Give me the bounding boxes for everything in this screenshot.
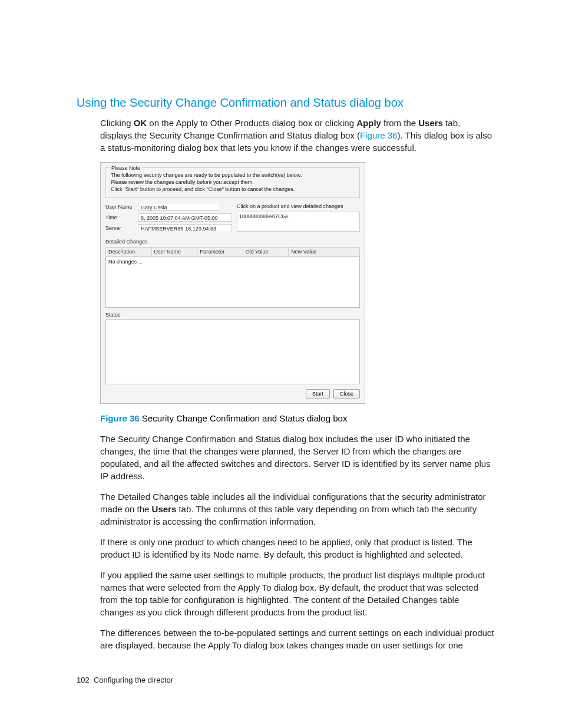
figure-label: Figure 36	[100, 413, 140, 423]
text: on the Apply to Other Products dialog bo…	[147, 118, 356, 128]
bold-ok: OK	[134, 118, 147, 128]
no-changes-text: No changes ...	[108, 259, 143, 265]
text: Clicking	[100, 118, 134, 128]
paragraph-4: If there is only one product to which ch…	[100, 536, 494, 561]
col-user-name[interactable]: User Name	[151, 248, 197, 257]
note-line: Please review the changes carefully befo…	[111, 179, 355, 186]
page-footer: 102 Configuring the director	[77, 675, 494, 686]
server-value: HAFMSERVER86-16.129.94.63	[138, 224, 232, 232]
section-heading: Using the Security Change Confirmation a…	[77, 94, 494, 111]
paragraph-3: The Detailed Changes table includes all …	[100, 490, 494, 528]
col-new-value[interactable]: New Value	[289, 248, 360, 257]
time-value: 8, 2005 10:07:04 AM GMT-05:00	[138, 213, 232, 222]
product-list[interactable]: 1000080088A07C6A	[237, 212, 360, 232]
status-box	[105, 319, 360, 384]
detailed-changes-table: Description User Name Parameter Old Valu…	[105, 247, 360, 257]
col-description[interactable]: Description	[106, 248, 152, 257]
paragraph-2: The Security Change Confirmation and Sta…	[100, 433, 494, 482]
footer-title: Configuring the director	[94, 676, 173, 684]
bold-users: Users	[418, 118, 443, 128]
figure-caption-text: Security Change Confirmation and Status …	[140, 413, 348, 423]
bold-apply: Apply	[356, 118, 381, 128]
user-name-value: Gary Ussia	[138, 203, 220, 211]
figure-caption: Figure 36 Security Change Confirmation a…	[100, 412, 494, 424]
note-line: Click "Start" button to proceed, and cli…	[111, 186, 355, 193]
close-button[interactable]: Close	[333, 389, 360, 398]
please-note-box: Please Note The following security chang…	[105, 167, 360, 198]
col-old-value[interactable]: Old Value	[243, 248, 289, 257]
product-item[interactable]: 1000080088A07C6A	[239, 213, 358, 220]
page-number: 102	[77, 676, 90, 684]
note-line: The following security changes are ready…	[111, 172, 355, 179]
security-change-dialog: Please Note The following security chang…	[100, 162, 365, 404]
server-label: Server	[105, 225, 138, 232]
status-label: Status	[105, 311, 360, 319]
paragraph-6: The differences between the to-be-popula…	[100, 627, 494, 651]
figure-dialog: Please Note The following security chang…	[100, 162, 494, 404]
bold-users: Users	[152, 504, 177, 514]
start-button[interactable]: Start	[306, 389, 330, 398]
product-instruction: Click on a product and view detailed cha…	[237, 203, 360, 210]
text: from the	[381, 118, 418, 128]
please-note-legend: Please Note	[110, 164, 142, 172]
user-name-label: User Name	[105, 203, 138, 211]
intro-paragraph: Clicking OK on the Apply to Other Produc…	[100, 117, 494, 154]
time-label: Time	[105, 214, 138, 222]
changes-body: No changes ...	[105, 257, 360, 308]
paragraph-5: If you applied the same user settings to…	[100, 569, 494, 618]
col-parameter[interactable]: Parameter	[197, 248, 243, 257]
detailed-changes-label: Detailed Changes	[105, 238, 360, 246]
figure-link[interactable]: Figure 36	[360, 130, 397, 140]
